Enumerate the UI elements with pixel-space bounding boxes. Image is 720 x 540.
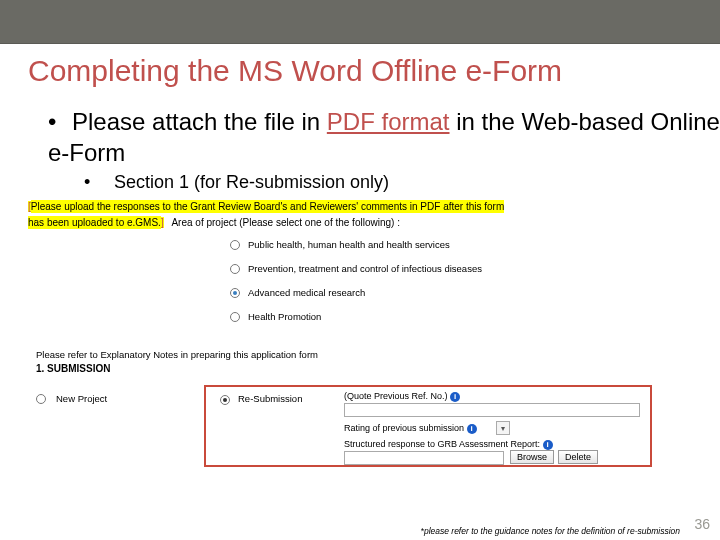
browse-button[interactable]: Browse	[510, 450, 554, 464]
structured-response-input[interactable]	[344, 451, 504, 465]
form-screenshot: [Please upload the responses to the Gran…	[28, 199, 693, 469]
rating-label: Rating of previous submission i	[344, 423, 477, 434]
bullet1-pre: Please attach the file in	[72, 108, 327, 135]
prev-ref-input[interactable]	[344, 403, 640, 417]
radio-public-health[interactable]	[230, 240, 240, 250]
radio-resubmission[interactable]	[220, 395, 230, 405]
opt-public-health: Public health, human health and health s…	[248, 239, 450, 250]
opt-advanced: Advanced medical research	[248, 287, 365, 298]
structured-label: Structured response to GRB Assessment Re…	[344, 439, 553, 450]
rating-dropdown[interactable]: ▾	[496, 421, 510, 435]
area-label: Area of project (Please select one of th…	[171, 217, 399, 228]
slide-title: Completing the MS Word Offline e-Form	[28, 54, 720, 88]
bullet1-pdf: PDF format	[327, 108, 450, 135]
top-bar	[0, 0, 720, 44]
bullet-level1: •Please attach the file in PDF format in…	[48, 106, 720, 168]
explanatory-note: Please refer to Explanatory Notes in pre…	[36, 349, 318, 360]
radio-prevention[interactable]	[230, 264, 240, 274]
footnote: *please refer to the guidance notes for …	[421, 526, 680, 536]
page-number: 36	[694, 516, 710, 532]
new-project-label: New Project	[56, 393, 107, 404]
radio-advanced[interactable]	[230, 288, 240, 298]
radio-health-promotion[interactable]	[230, 312, 240, 322]
highlight-instruction: [Please upload the responses to the Gran…	[28, 200, 504, 229]
opt-health-promotion: Health Promotion	[248, 311, 321, 322]
submission-header: 1. SUBMISSION	[36, 363, 110, 374]
bullet2-text: Section 1 (for Re-submission only)	[114, 172, 389, 192]
radio-new-project[interactable]	[36, 394, 46, 404]
resubmission-label: Re-Submission	[238, 393, 302, 404]
delete-button[interactable]: Delete	[558, 450, 598, 464]
bullet-level2: •Section 1 (for Re-submission only)	[84, 172, 720, 193]
quote-label: (Quote Previous Ref. No.) i	[344, 391, 460, 402]
info-icon[interactable]: i	[543, 440, 553, 450]
info-icon[interactable]: i	[450, 392, 460, 402]
info-icon[interactable]: i	[467, 424, 477, 434]
opt-prevention: Prevention, treatment and control of inf…	[248, 263, 482, 274]
resubmission-highlight-box: Re-Submission (Quote Previous Ref. No.) …	[204, 385, 652, 467]
